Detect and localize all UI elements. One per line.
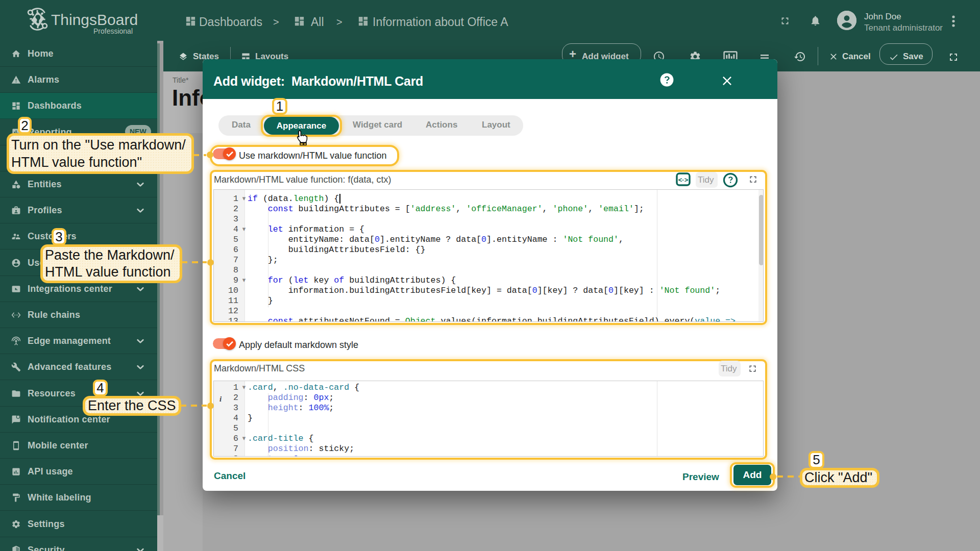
svg-text:<·>: <·> (678, 176, 689, 184)
